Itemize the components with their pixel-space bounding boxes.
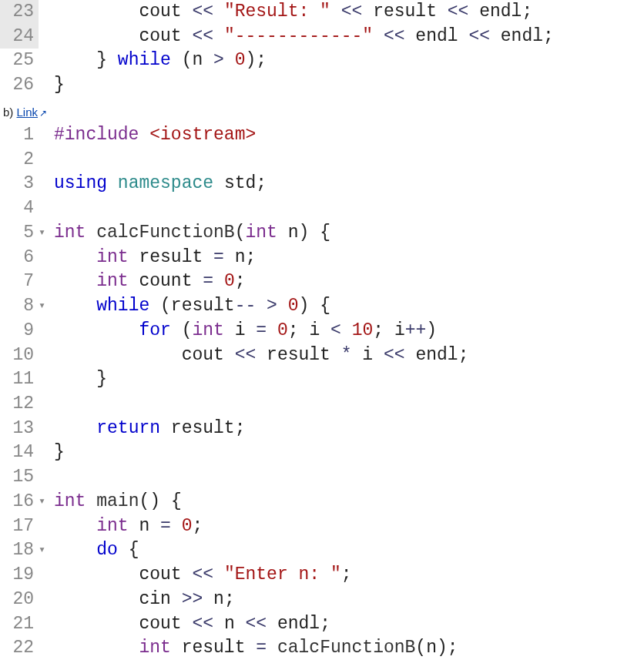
line-number: 21: [0, 612, 39, 637]
section-label: b) Link↗: [0, 98, 644, 123]
code-line: 22 int result = calcFunctionB(n);: [0, 636, 644, 661]
code-content: } while (n > 0);: [52, 49, 644, 73]
code-content: for (int i = 0; i < 10; i++): [52, 319, 644, 343]
code-content: }: [52, 367, 644, 392]
line-number: 12: [0, 392, 39, 417]
code-content: cout << "------------" << endl << endl;: [52, 25, 644, 49]
code-line: 3using namespace std;: [0, 172, 644, 196]
code-block-1: 23 cout << "Result: " << result << endl;…: [0, 0, 644, 98]
code-content: int result = calcFunctionB(n);: [52, 636, 644, 661]
code-line: 8▾ while (result-- > 0) {: [0, 294, 644, 319]
code-content: cout << "Enter n: ";: [52, 563, 644, 588]
code-content: cout << "Result: " << result << endl;: [52, 0, 644, 25]
line-number: 4: [0, 196, 39, 221]
code-content: return result;: [52, 417, 644, 441]
code-line: 25 } while (n > 0);: [0, 49, 644, 73]
line-number: 6: [0, 246, 39, 270]
code-line: 23 cout << "Result: " << result << endl;: [0, 0, 644, 25]
code-line: 9 for (int i = 0; i < 10; i++): [0, 319, 644, 343]
code-content: #include <iostream>: [52, 123, 644, 148]
code-line: 16▾int main() {: [0, 490, 644, 514]
code-content: int count = 0;: [52, 270, 644, 294]
line-number: 11: [0, 367, 39, 392]
line-number: 18: [0, 538, 39, 563]
line-number: 17: [0, 514, 39, 539]
line-number: 7: [0, 270, 39, 294]
code-content: while (result-- > 0) {: [52, 294, 644, 319]
code-content: }: [52, 73, 644, 98]
code-content: cout << n << endl;: [52, 612, 644, 637]
code-line: 18▾ do {: [0, 538, 644, 563]
code-line: 24 cout << "------------" << endl << end…: [0, 25, 644, 49]
fold-toggle-icon[interactable]: ▾: [39, 494, 52, 511]
line-number: 9: [0, 319, 39, 343]
code-line: 19 cout << "Enter n: ";: [0, 563, 644, 588]
external-link-icon: ↗: [39, 108, 47, 119]
line-number: 26: [0, 73, 39, 98]
code-content: using namespace std;: [52, 172, 644, 196]
code-line: 15: [0, 465, 644, 490]
code-content: }: [52, 441, 644, 465]
line-number: 16: [0, 490, 39, 514]
code-line: 5▾int calcFunctionB(int n) {: [0, 221, 644, 246]
line-number: 10: [0, 343, 39, 368]
line-number: 22: [0, 636, 39, 661]
code-line: 12: [0, 392, 644, 417]
code-line: 11 }: [0, 367, 644, 392]
line-number: 25: [0, 49, 39, 73]
code-content: do {: [52, 538, 644, 563]
code-content: cin >> n;: [52, 588, 644, 612]
code-line: 7 int count = 0;: [0, 270, 644, 294]
code-line: 21 cout << n << endl;: [0, 612, 644, 637]
code-content: int result = n;: [52, 246, 644, 270]
line-number: 3: [0, 172, 39, 196]
line-number: 8: [0, 294, 39, 319]
code-line: 2: [0, 148, 644, 173]
line-number: 1: [0, 123, 39, 148]
label-prefix: b): [3, 106, 17, 119]
code-line: 10 cout << result * i << endl;: [0, 343, 644, 368]
line-number: 24: [0, 25, 39, 49]
code-line: 13 return result;: [0, 417, 644, 441]
fold-toggle-icon[interactable]: ▾: [39, 299, 52, 315]
code-content: int n = 0;: [52, 514, 644, 539]
line-number: 20: [0, 588, 39, 612]
fold-toggle-icon[interactable]: ▾: [39, 226, 52, 242]
code-line: 17 int n = 0;: [0, 514, 644, 539]
code-content: int calcFunctionB(int n) {: [52, 221, 644, 246]
code-line: 14}: [0, 441, 644, 465]
line-number: 23: [0, 0, 39, 25]
external-link[interactable]: Link: [17, 106, 39, 119]
code-line: 1#include <iostream>: [0, 123, 644, 148]
line-number: 13: [0, 417, 39, 441]
line-number: 2: [0, 148, 39, 173]
line-number: 15: [0, 465, 39, 490]
code-line: 4: [0, 196, 644, 221]
code-line: 26}: [0, 73, 644, 98]
code-content: int main() {: [52, 490, 644, 514]
code-line: 20 cin >> n;: [0, 588, 644, 612]
line-number: 5: [0, 221, 39, 246]
fold-toggle-icon[interactable]: ▾: [39, 543, 52, 559]
code-line: 6 int result = n;: [0, 246, 644, 270]
line-number: 14: [0, 441, 39, 465]
code-content: cout << result * i << endl;: [52, 343, 644, 368]
line-number: 19: [0, 563, 39, 588]
code-block-2: 1#include <iostream>23using namespace st…: [0, 123, 644, 661]
